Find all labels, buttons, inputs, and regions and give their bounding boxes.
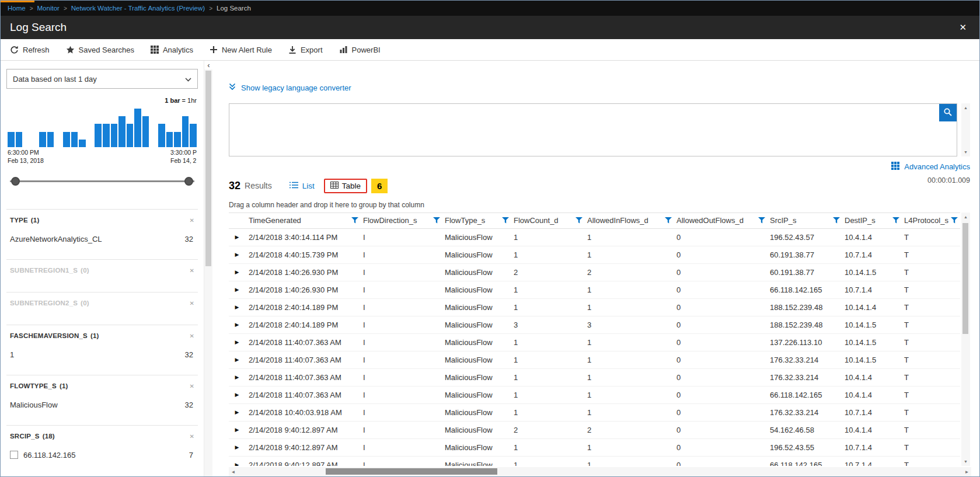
column-header-flowdirection_s[interactable]: FlowDirection_s — [362, 213, 444, 228]
query-scrollbar[interactable]: ▲ ▼ — [961, 103, 970, 156]
toolbar-refresh[interactable]: Refresh — [10, 46, 50, 54]
expand-row-icon[interactable]: ▶ — [229, 438, 247, 456]
expand-row-icon[interactable]: ▶ — [229, 228, 247, 246]
table-cell: I — [362, 368, 444, 386]
facet-close-icon[interactable]: ✕ — [189, 433, 197, 440]
expand-row-icon[interactable]: ▶ — [229, 246, 247, 263]
toolbar-analytics[interactable]: Analytics — [151, 46, 193, 54]
slider-track[interactable] — [10, 180, 194, 182]
close-icon[interactable]: ✕ — [955, 22, 970, 33]
column-header-flowcount_d[interactable]: FlowCount_d — [512, 213, 586, 228]
filter-icon[interactable] — [833, 217, 840, 224]
table-row[interactable]: ▶2/14/2018 3:40:14.114 PMIMaliciousFlow1… — [229, 228, 960, 246]
table-row[interactable]: ▶2/14/2018 11:40:07.363 AMIMaliciousFlow… — [229, 351, 960, 368]
table-row[interactable]: ▶2/14/2018 11:40:07.363 AMIMaliciousFlow… — [229, 386, 960, 403]
table-row[interactable]: ▶2/14/2018 2:40:14.189 PMIMaliciousFlow3… — [229, 316, 960, 333]
facet-close-icon[interactable]: ✕ — [189, 267, 197, 274]
facet-close-icon[interactable]: ✕ — [189, 333, 197, 339]
toolbar-new-alert-rule[interactable]: New Alert Rule — [210, 46, 272, 54]
breadcrumb-item[interactable]: Home — [8, 5, 26, 12]
column-header-allowedinflows_d[interactable]: AllowedInFlows_d — [586, 213, 675, 228]
filter-icon[interactable] — [502, 217, 509, 224]
expand-row-icon[interactable]: ▶ — [229, 386, 247, 403]
expand-row-icon[interactable]: ▶ — [229, 298, 247, 316]
facet-close-icon[interactable]: ✕ — [189, 217, 197, 224]
filter-icon[interactable] — [665, 217, 672, 224]
table-row[interactable]: ▶2/14/2018 11:40:07.363 AMIMaliciousFlow… — [229, 333, 960, 351]
facet-value[interactable]: 66.118.142.1657 — [10, 450, 197, 460]
expand-row-icon[interactable]: ▶ — [229, 263, 247, 281]
sidebar-scrollbar-thumb[interactable] — [205, 71, 211, 266]
slider-handle-right[interactable] — [184, 177, 193, 186]
expand-row-icon[interactable]: ▶ — [229, 368, 247, 386]
facet-value[interactable]: MaliciousFlow32 — [10, 399, 197, 410]
filter-icon[interactable] — [892, 217, 899, 224]
table-vertical-scrollbar[interactable]: ▲ ▼ — [961, 213, 970, 466]
table-row[interactable]: ▶2/14/2018 9:40:12.897 AMIMaliciousFlow2… — [229, 421, 960, 438]
collapse-sidebar-icon[interactable]: ‹ — [204, 61, 213, 69]
table-cell: T — [903, 263, 960, 281]
time-range-dropdown[interactable]: Data based on last 1 day — [6, 69, 198, 89]
expand-row-icon[interactable]: ▶ — [229, 281, 247, 298]
table-row[interactable]: ▶2/14/2018 2:40:14.189 PMIMaliciousFlow1… — [229, 298, 960, 316]
scroll-right-icon[interactable]: ► — [962, 467, 971, 476]
column-header-destip_s[interactable]: DestIP_s — [843, 213, 903, 228]
scroll-down-icon[interactable]: ▼ — [961, 457, 970, 466]
scroll-down-icon[interactable]: ▼ — [961, 148, 970, 156]
table-row[interactable]: ▶2/14/2018 1:40:26.930 PMIMaliciousFlow1… — [229, 281, 960, 298]
table-cell: T — [903, 403, 960, 421]
table-hscroll-thumb[interactable] — [326, 468, 497, 475]
view-toggle-table[interactable]: Table — [324, 179, 367, 193]
column-header-flowtype_s[interactable]: FlowType_s — [444, 213, 512, 228]
scroll-left-icon[interactable]: ◄ — [229, 467, 238, 476]
filter-icon[interactable] — [576, 217, 583, 224]
expand-row-icon[interactable]: ▶ — [229, 456, 247, 466]
table-row[interactable]: ▶2/14/2018 9:40:12.897 AMIMaliciousFlow1… — [229, 438, 960, 456]
column-header-srcip_s[interactable]: SrcIP_s — [769, 213, 843, 228]
slider-handle-left[interactable] — [11, 177, 20, 186]
expand-row-icon[interactable]: ▶ — [229, 421, 247, 438]
legacy-converter-link[interactable]: Show legacy language converter — [241, 83, 351, 92]
filter-icon[interactable] — [758, 217, 765, 224]
scroll-up-icon[interactable]: ▲ — [961, 103, 970, 112]
table-icon — [330, 182, 339, 190]
query-input[interactable] — [229, 104, 957, 156]
table-row[interactable]: ▶2/14/2018 1:40:26.930 PMIMaliciousFlow2… — [229, 263, 960, 281]
breadcrumb-item[interactable]: Network Watcher - Traffic Analytics (Pre… — [71, 5, 205, 12]
table-vscroll-thumb[interactable] — [962, 223, 968, 334]
sidebar-scrollbar[interactable]: ‹ — [204, 61, 212, 476]
time-histogram[interactable] — [8, 109, 197, 147]
toolbar: RefreshSaved SearchesAnalyticsNew Alert … — [1, 39, 979, 61]
expand-row-icon[interactable]: ▶ — [229, 316, 247, 333]
breadcrumb-item[interactable]: Monitor — [37, 5, 60, 12]
toolbar-powerbi[interactable]: PowerBI — [339, 46, 381, 54]
table-row[interactable]: ▶2/14/2018 4:40:15.739 PMIMaliciousFlow1… — [229, 246, 960, 263]
toolbar-export[interactable]: Export — [288, 46, 323, 54]
facet-value[interactable]: 132 — [10, 349, 197, 360]
advanced-analytics-link[interactable]: Advanced Analytics — [229, 162, 970, 172]
search-button[interactable] — [939, 104, 957, 121]
view-toggle-list[interactable]: List — [290, 182, 315, 190]
content: Data based on last 1 day 1 bar = 1hr 6:3… — [1, 61, 979, 476]
checkbox[interactable] — [10, 451, 18, 459]
filter-icon[interactable] — [433, 217, 440, 224]
expand-row-icon[interactable]: ▶ — [229, 351, 247, 368]
table-row[interactable]: ▶2/14/2018 9:40:12.897 AMIMaliciousFlow1… — [229, 456, 960, 466]
table-row[interactable]: ▶2/14/2018 10:40:03.918 AMIMaliciousFlow… — [229, 403, 960, 421]
filter-icon[interactable] — [351, 217, 358, 224]
time-range-slider[interactable] — [10, 177, 194, 186]
facet-close-icon[interactable]: ✕ — [189, 300, 197, 307]
expand-row-icon[interactable]: ▶ — [229, 403, 247, 421]
filter-icon[interactable] — [951, 217, 958, 224]
facet-close-icon[interactable]: ✕ — [189, 383, 197, 389]
facet-value[interactable]: AzureNetworkAnalytics_CL32 — [10, 234, 197, 244]
table-cell: 1 — [586, 438, 675, 456]
expand-row-icon[interactable]: ▶ — [229, 333, 247, 351]
column-header-timegenerated[interactable]: TimeGenerated — [247, 213, 362, 228]
column-header-allowedoutflows_d[interactable]: AllowedOutFlows_d — [675, 213, 769, 228]
column-header-l4protocol_s[interactable]: L4Protocol_s — [903, 213, 960, 228]
toolbar-saved-searches[interactable]: Saved Searches — [66, 46, 134, 54]
scroll-up-icon[interactable]: ▲ — [961, 213, 970, 221]
table-row[interactable]: ▶2/14/2018 11:40:07.363 AMIMaliciousFlow… — [229, 368, 960, 386]
table-horizontal-scrollbar[interactable]: ◄ ► — [229, 467, 971, 476]
